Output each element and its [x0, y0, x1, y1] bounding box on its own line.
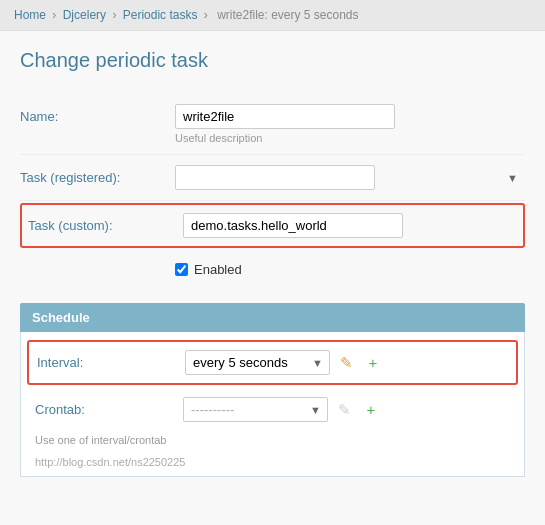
interval-edit-button[interactable]: ✎ [335, 352, 357, 374]
interval-select-wrapper: every 5 seconds every 10 seconds every m… [185, 350, 330, 375]
name-input[interactable] [175, 104, 395, 129]
crontab-edit-button[interactable]: ✎ [333, 399, 355, 421]
watermark: http://blog.csdn.net/ns2250225 [21, 452, 524, 472]
interval-add-button[interactable]: + [362, 352, 384, 374]
task-registered-arrow-icon: ▼ [507, 172, 518, 184]
name-hint: Useful description [175, 132, 525, 144]
crontab-select[interactable]: ---------- [183, 397, 328, 422]
name-label: Name: [20, 104, 175, 124]
task-custom-field [183, 213, 517, 238]
page-title: Change periodic task [20, 49, 525, 72]
breadcrumb: Home › Djcelery › Periodic tasks › write… [0, 0, 545, 31]
breadcrumb-periodic-tasks[interactable]: Periodic tasks [123, 8, 198, 22]
page-content: Change periodic task Name: Useful descri… [0, 31, 545, 495]
schedule-section: Schedule Interval: every 5 seconds every… [20, 303, 525, 477]
name-row: Name: Useful description [20, 94, 525, 155]
interval-row: Interval: every 5 seconds every 10 secon… [27, 340, 518, 385]
enabled-row: Enabled [20, 250, 525, 289]
breadcrumb-home[interactable]: Home [14, 8, 46, 22]
crontab-controls: ---------- ▼ ✎ + [183, 397, 382, 422]
schedule-header: Schedule [20, 303, 525, 332]
schedule-body: Interval: every 5 seconds every 10 secon… [20, 332, 525, 477]
crontab-label: Crontab: [35, 402, 183, 417]
breadcrumb-current: write2file: every 5 seconds [217, 8, 358, 22]
task-registered-label: Task (registered): [20, 165, 175, 185]
task-registered-field: ▼ [175, 165, 525, 190]
crontab-add-button[interactable]: + [360, 399, 382, 421]
interval-controls: every 5 seconds every 10 seconds every m… [185, 350, 384, 375]
task-registered-row: Task (registered): ▼ [20, 155, 525, 201]
task-custom-row: Task (custom): [20, 203, 525, 248]
task-custom-input[interactable] [183, 213, 403, 238]
enabled-checkbox[interactable] [175, 263, 188, 276]
interval-select[interactable]: every 5 seconds every 10 seconds every m… [185, 350, 330, 375]
crontab-select-wrapper: ---------- ▼ [183, 397, 328, 422]
task-custom-label: Task (custom): [28, 213, 183, 233]
task-registered-select-wrapper: ▼ [175, 165, 525, 190]
breadcrumb-djcelery[interactable]: Djcelery [63, 8, 106, 22]
interval-label: Interval: [37, 355, 185, 370]
crontab-row: Crontab: ---------- ▼ ✎ + [21, 389, 524, 430]
task-registered-select[interactable] [175, 165, 375, 190]
name-field: Useful description [175, 104, 525, 144]
schedule-hint: Use one of interval/crontab [21, 430, 524, 452]
enabled-label[interactable]: Enabled [194, 262, 242, 277]
